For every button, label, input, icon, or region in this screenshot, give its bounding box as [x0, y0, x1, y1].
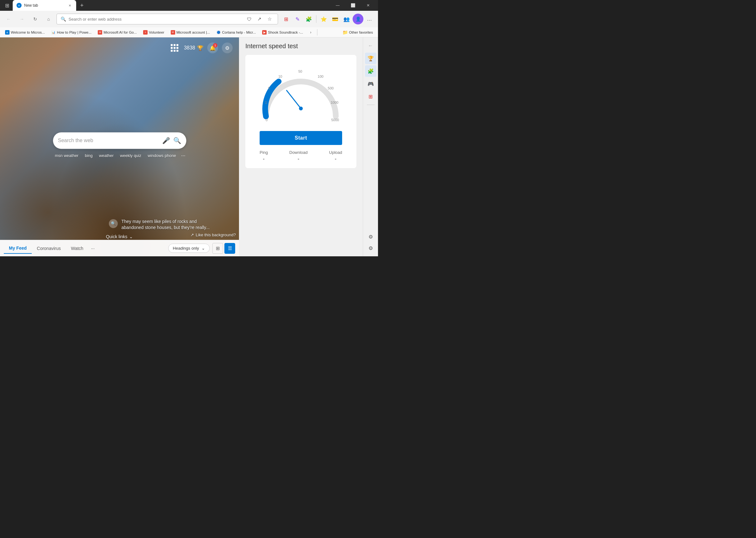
sidebar-back-icon[interactable]: ← [365, 40, 377, 51]
score-value: 3838 [184, 45, 195, 51]
upload-stat: Upload - [329, 150, 342, 162]
tab-coronavirus[interactable]: Coronavirus [32, 243, 66, 253]
right-sidebar: ← 🏆 🧩 🎮 ⊞ ⚙ ⚙ [363, 37, 378, 256]
fav-label-shook: Shook Soundtrack -... [268, 30, 303, 34]
info-search-icon: 🔍 [109, 219, 118, 228]
extensions-button[interactable]: 🧩 [303, 14, 314, 25]
tab-more-button[interactable]: ··· [88, 243, 97, 253]
office-button[interactable]: ⊞ [281, 14, 291, 25]
headings-chevron-icon: ⌄ [202, 246, 205, 250]
notification-badge: 1 [213, 43, 217, 48]
svg-text:1000: 1000 [331, 101, 338, 104]
collections-button[interactable]: ⭐ [318, 14, 329, 25]
grid-view-button[interactable]: ⊞ [212, 243, 223, 254]
fav-favicon-volunteer: + [143, 30, 147, 34]
suggestion-bing[interactable]: bing [84, 153, 94, 159]
sidebar-puzzle-icon[interactable]: 🧩 [365, 65, 377, 77]
headings-only-label: Headings only [173, 246, 199, 250]
fav-more-button[interactable]: › [307, 28, 315, 36]
notifications-button[interactable]: 🔔 1 [207, 42, 218, 53]
fav-label-volunteer: Volunteer [149, 30, 164, 34]
fav-other-favorites[interactable]: 📁 Other favorites [340, 29, 376, 36]
ping-stat: Ping - [260, 150, 268, 162]
trophy-icon: 🏆 [197, 45, 204, 51]
more-suggestions-button[interactable]: ··· [181, 153, 185, 159]
right-area: Internet speed test 0 1 [239, 37, 378, 256]
apps-grid-button[interactable] [169, 42, 180, 53]
tab-watch[interactable]: Watch [66, 243, 88, 253]
sidebar-settings-icon[interactable]: ⚙ [365, 242, 377, 254]
fav-item-msai[interactable]: M Microsoft AI for Go... [95, 29, 139, 35]
address-bar-input-wrapper: 🔍 🛡 ↗ ☆ [56, 14, 278, 25]
sidebar-rewards-icon[interactable]: 🏆 [365, 53, 377, 64]
back-button[interactable]: ← [3, 14, 14, 25]
list-view-button[interactable]: ☰ [224, 243, 235, 254]
headings-dropdown-button[interactable]: Headings only ⌄ [168, 243, 210, 253]
fav-item-volunteer[interactable]: + Volunteer [141, 29, 167, 35]
svg-text:500: 500 [328, 86, 333, 90]
fav-item-cortana[interactable]: 🔵 Cortana help - Micr... [214, 29, 259, 35]
grid-dot [176, 50, 178, 52]
upload-label: Upload [329, 150, 342, 155]
grid-dot [176, 44, 178, 46]
favorites-bar: e Welcome to Micros... 📊 How to Play | P… [0, 27, 378, 37]
svg-text:1: 1 [265, 101, 267, 104]
speed-test-panel: Internet speed test 0 1 [239, 37, 363, 256]
close-button[interactable]: ✕ [361, 0, 376, 11]
sidebar-customize-icon[interactable]: ⚙ [365, 231, 377, 242]
onenote-button[interactable]: ✎ [292, 14, 303, 25]
personas-button[interactable]: 👥 [341, 14, 352, 25]
sidebar-separator [367, 105, 375, 105]
tab-newtab[interactable]: e New tab ✕ [13, 0, 76, 11]
info-text[interactable]: They may seem like piles of rocks and ab… [122, 219, 217, 231]
fav-favicon-welcome: e [5, 30, 10, 34]
forward-button[interactable]: → [17, 14, 27, 25]
tab-close-button[interactable]: ✕ [67, 3, 72, 8]
new-tab-button[interactable]: + [78, 1, 86, 10]
suggestion-windows-phone[interactable]: windows phone [146, 153, 177, 159]
search-input[interactable] [58, 138, 159, 143]
fav-item-powerbi[interactable]: 📊 How to Play | Powe... [49, 29, 94, 35]
refresh-button[interactable]: ↻ [30, 14, 41, 25]
quick-links-bar: Quick links ⌄ [0, 234, 239, 239]
microphone-button[interactable]: 🎤 [162, 137, 170, 144]
fav-item-welcome[interactable]: e Welcome to Micros... [3, 29, 47, 35]
browser-wallet-button[interactable]: 💳 [330, 14, 341, 25]
sidebar-office-icon[interactable]: ⊞ [365, 91, 377, 102]
grid-dot [174, 50, 176, 52]
address-bar-icons: 🛡 ↗ ☆ [245, 15, 274, 24]
grid-dot [171, 44, 173, 46]
suggestion-weekly-quiz[interactable]: weekly quiz [119, 153, 143, 159]
minimize-button[interactable]: — [330, 0, 345, 11]
svg-text:10: 10 [278, 75, 282, 79]
settings-more-button[interactable]: … [364, 14, 375, 25]
profile-button[interactable]: 👤 [353, 14, 363, 25]
rewards-score[interactable]: 3838 🏆 [184, 45, 204, 51]
share-button[interactable]: ↗ [255, 15, 264, 24]
home-button[interactable]: ⌂ [43, 14, 54, 25]
svg-text:0: 0 [266, 118, 267, 122]
tracking-prevention-button[interactable]: 🛡 [245, 15, 254, 24]
fav-item-shook[interactable]: ▶ Shook Soundtrack -... [260, 29, 306, 35]
quick-links-toggle[interactable]: Quick links ⌄ [106, 234, 133, 239]
search-box[interactable]: 🎤 🔍 [53, 132, 186, 149]
download-label: Download [289, 150, 308, 155]
tab-my-feed[interactable]: My Feed [4, 243, 32, 254]
speedometer: 0 1 5 10 50 100 500 1000 5000 [260, 63, 342, 126]
address-input[interactable] [69, 17, 242, 22]
speed-test-title: Internet speed test [245, 42, 356, 50]
sidebar-toggle[interactable]: ⊞ [3, 1, 11, 10]
svg-text:50: 50 [298, 70, 302, 73]
fav-favicon-msaccount: M [171, 30, 175, 34]
suggestion-weather[interactable]: weather [98, 153, 115, 159]
page-settings-button[interactable]: ⚙ [222, 42, 233, 53]
maximize-button[interactable]: ⬜ [346, 0, 360, 11]
start-speed-test-button[interactable]: Start [260, 131, 342, 145]
fav-label-welcome: Welcome to Micros... [11, 30, 45, 34]
search-go-button[interactable]: 🔍 [173, 137, 181, 144]
favorites-add-button[interactable]: ☆ [265, 15, 274, 24]
suggestion-msn-weather[interactable]: msn weather [54, 153, 80, 159]
sidebar-games-icon[interactable]: 🎮 [365, 78, 377, 89]
headings-select: Headings only ⌄ [168, 243, 210, 253]
fav-item-msaccount[interactable]: M Microsoft account |... [168, 29, 213, 35]
